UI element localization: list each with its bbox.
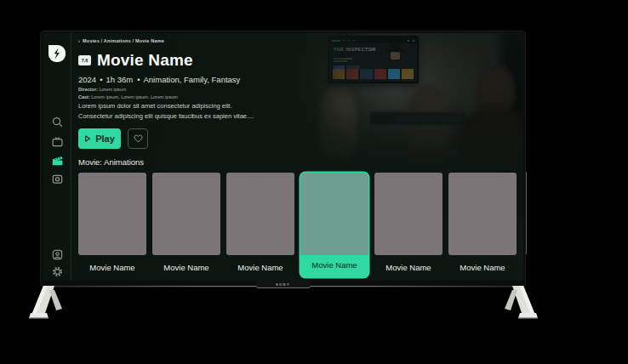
movie-card-label: Movie Name bbox=[78, 255, 146, 277]
tv-foot-right bbox=[500, 286, 538, 321]
meta-separator: • bbox=[137, 75, 140, 84]
movie-card-label: Movie Name bbox=[226, 255, 294, 277]
movie-poster-placeholder bbox=[300, 173, 368, 255]
cast-value: Lorem ipsum, Lorem ipsum, Lorem ipsum bbox=[90, 94, 178, 100]
tv-bezel: THE INSPECTOR bbox=[40, 31, 526, 287]
movie-card-label: Movie Name bbox=[374, 255, 442, 277]
movie-card-label: Movie Name bbox=[300, 255, 368, 275]
movie-card-label: Movie Name bbox=[152, 255, 220, 277]
tv-screen: THE INSPECTOR bbox=[43, 33, 523, 281]
movie-genres: Animation, Family, Fantasy bbox=[143, 75, 240, 84]
cast-line: Cast: Lorem ipsum, Lorem ipsum, Lorem ip… bbox=[78, 94, 178, 100]
movie-poster-placeholder bbox=[226, 173, 294, 255]
cast-label: Cast: bbox=[78, 94, 90, 100]
rating-badge: 7.6 bbox=[78, 55, 91, 65]
movie-description: Lorem ipsum dolor sit amet consectetur a… bbox=[78, 101, 254, 121]
director-label: Director: bbox=[78, 87, 98, 92]
favorite-button[interactable] bbox=[128, 128, 148, 149]
breadcrumb[interactable]: ›Movies / Animations / Movie Name bbox=[78, 38, 164, 43]
scene: THE INSPECTOR bbox=[0, 0, 628, 364]
breadcrumb-path: Movies / Animations / Movie Name bbox=[83, 38, 164, 43]
app-logo-icon[interactable] bbox=[47, 43, 67, 64]
movie-card[interactable]: Movie Name bbox=[78, 173, 146, 277]
movie-year: 2024 bbox=[78, 75, 96, 84]
director-line: Director: Lorem ipsum bbox=[78, 87, 126, 92]
movie-poster-placeholder bbox=[374, 173, 442, 255]
movie-card[interactable]: Movie Name bbox=[448, 173, 517, 277]
movie-poster-placeholder bbox=[78, 173, 146, 255]
live-tv-icon[interactable] bbox=[50, 172, 64, 185]
movie-poster-placeholder bbox=[152, 173, 220, 255]
row-title: Movie: Animations bbox=[78, 157, 144, 167]
heart-icon bbox=[134, 134, 143, 143]
movie-title: Movie Name bbox=[97, 51, 193, 70]
movie-meta: 2024•1h 36m•Animation, Family, Fantasy bbox=[78, 75, 240, 84]
tv-icon[interactable] bbox=[50, 134, 64, 148]
cards-row: Movie NameMovie NameMovie NameMovie Name… bbox=[78, 173, 517, 277]
main-content: ›Movies / Animations / Movie Name 7.6 Mo… bbox=[78, 33, 522, 281]
play-button[interactable]: Play bbox=[78, 128, 121, 149]
movie-card-selected[interactable]: Movie Name bbox=[300, 173, 368, 277]
movie-card-label: Movie Name bbox=[448, 255, 517, 277]
tv-foot-left bbox=[29, 286, 66, 321]
movie-card[interactable]: Movie Name bbox=[374, 173, 442, 277]
movie-poster-placeholder bbox=[448, 173, 517, 255]
movies-clapperboard-icon[interactable] bbox=[50, 153, 64, 167]
tv-chin: SONY bbox=[40, 281, 526, 287]
movie-card[interactable]: Movie Name bbox=[152, 173, 220, 277]
sidebar bbox=[43, 33, 71, 281]
bezel-highlight bbox=[526, 172, 527, 254]
movie-card[interactable]: Movie Name bbox=[226, 173, 294, 277]
director-value: Lorem ipsum bbox=[98, 87, 126, 92]
tv-brand-logo: SONY bbox=[256, 281, 311, 287]
meta-separator: • bbox=[100, 75, 102, 84]
profile-icon[interactable] bbox=[50, 247, 64, 261]
breadcrumb-chevron-icon: › bbox=[78, 38, 80, 43]
settings-gear-icon[interactable] bbox=[50, 264, 64, 278]
play-icon bbox=[84, 135, 91, 142]
search-icon[interactable] bbox=[50, 115, 64, 128]
movie-duration: 1h 36m bbox=[106, 75, 133, 84]
